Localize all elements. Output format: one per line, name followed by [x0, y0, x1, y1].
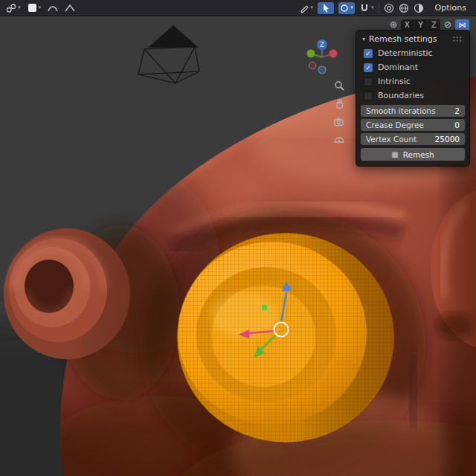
value-fields: Smooth iterations 2 Crease Degree 0 Vert…: [356, 103, 469, 145]
divider: [379, 3, 379, 13]
orientation-globe-button[interactable]: [399, 1, 409, 15]
symmetry-toolbar: ⊕ X Y Z ⊘ ⋈: [390, 19, 469, 30]
snap-magnet-icon: [359, 3, 370, 13]
radius-tool-button[interactable]: ▾: [338, 2, 355, 14]
transform-cursor-button[interactable]: [318, 2, 334, 14]
proportional-editing-button[interactable]: [384, 1, 394, 15]
field-value: 2: [454, 106, 460, 115]
zoom-icon: [334, 80, 345, 91]
navigation-gizmo[interactable]: Z: [303, 35, 341, 80]
main-header: ▾ ▾ ▾: [0, 0, 476, 16]
symmetry-axis-group: X Y Z: [401, 19, 440, 30]
checkbox-label: Deterministic: [378, 48, 433, 58]
orientation-globe-icon: [399, 3, 409, 13]
sharp-falloff-button[interactable]: [65, 1, 75, 15]
options-label: Options: [435, 3, 466, 13]
smooth-falloff-icon: [48, 3, 58, 13]
checkbox-label: Intrinsic: [378, 77, 411, 86]
checkbox-row-boundaries[interactable]: Boundaries: [356, 89, 469, 103]
panel-title: Remesh settings: [369, 34, 437, 44]
editor-type-icon: [6, 3, 16, 13]
checkbox-label: Dominant: [378, 62, 418, 72]
annotate-pen-icon: [299, 3, 309, 13]
options-button[interactable]: Options: [428, 3, 473, 13]
field-label: Smooth iterations: [366, 106, 436, 115]
editor-type-button[interactable]: ▾: [6, 1, 21, 15]
viewport-controls: [332, 78, 347, 147]
symmetry-globe-icon[interactable]: ⊕: [390, 20, 397, 29]
remesh-popover-button[interactable]: ⋈: [455, 19, 469, 30]
gizmo-z-label: Z: [320, 42, 324, 48]
chevron-down-icon: ▾: [311, 5, 314, 10]
camera-view-icon: [333, 116, 345, 127]
symmetry-y-button[interactable]: Y: [414, 19, 428, 30]
camera-view-button[interactable]: [332, 114, 347, 129]
shading-sphere-icon: [414, 3, 424, 13]
checkbox-unchecked[interactable]: [364, 91, 373, 100]
chevron-down-icon: ▾: [371, 5, 374, 10]
smooth-iterations-field[interactable]: Smooth iterations 2: [361, 105, 465, 117]
gizmo-x-ball[interactable]: [329, 50, 338, 58]
symmetry-x-button[interactable]: X: [401, 19, 414, 30]
chevron-down-icon: ▾: [18, 5, 21, 10]
remesh-button-label: Remesh: [403, 150, 434, 159]
field-value: 0: [454, 120, 460, 129]
proportional-circles-icon: [384, 3, 394, 13]
gizmo-y-ball[interactable]: [307, 50, 315, 58]
snap-magnet-button[interactable]: ▾: [359, 1, 374, 15]
header-right-tools: ▾ ▾ ▾: [299, 1, 476, 15]
gizmo-neg-x-ball[interactable]: [309, 62, 316, 69]
vertex-count-field[interactable]: Vertex Count 25000: [361, 133, 465, 145]
remesh-settings-panel: ▾ Remesh settings ✓ Deterministic ✓ Domi…: [356, 30, 470, 167]
field-label: Vertex Count: [366, 135, 416, 144]
zoom-button[interactable]: [332, 78, 347, 93]
checkbox-checked[interactable]: ✓: [364, 49, 373, 58]
chevron-down-icon: ▾: [39, 5, 42, 10]
radius-circle-icon: [340, 4, 349, 13]
annotate-pen-button[interactable]: ▾: [299, 1, 314, 15]
shading-sphere-button[interactable]: [414, 1, 424, 15]
checkbox-checked[interactable]: ✓: [364, 63, 373, 72]
field-label: Crease Degree: [366, 120, 424, 129]
projection-grid-icon: [333, 134, 345, 145]
gizmo-plane-handle: [262, 305, 267, 310]
checkbox-row-dominant[interactable]: ✓ Dominant: [356, 60, 469, 74]
field-value: 25000: [435, 135, 460, 144]
crease-degree-field[interactable]: Crease Degree 0: [361, 119, 465, 131]
brush-swatch-icon: [28, 3, 37, 13]
mirror-icon: ⋈: [459, 21, 466, 29]
projection-toggle-button[interactable]: [332, 132, 347, 147]
gizmo-neg-z-ball[interactable]: [318, 66, 326, 74]
symmetry-lock-icon[interactable]: ⊘: [444, 20, 451, 29]
pan-hand-icon: [334, 98, 345, 109]
checkbox-row-deterministic[interactable]: ✓ Deterministic: [356, 46, 469, 60]
remesh-button[interactable]: ▦ Remesh: [361, 148, 465, 161]
collapse-arrow-icon[interactable]: ▾: [362, 36, 365, 42]
panel-header[interactable]: ▾ Remesh settings: [356, 30, 469, 46]
checkbox-label: Boundaries: [378, 91, 424, 100]
check-icon: ✓: [365, 50, 371, 57]
remesh-preview-object[interactable]: [177, 233, 394, 443]
header-left-tools: ▾ ▾: [0, 1, 75, 15]
symmetry-z-button[interactable]: Z: [428, 19, 440, 30]
checkbox-unchecked[interactable]: [364, 77, 373, 86]
checkbox-row-intrinsic[interactable]: Intrinsic: [356, 74, 469, 89]
grid-icon: ▦: [391, 150, 398, 158]
pan-button[interactable]: [332, 96, 347, 111]
brush-swatch-button[interactable]: ▾: [28, 1, 42, 15]
drag-handle-icon[interactable]: [452, 36, 463, 42]
smooth-falloff-button[interactable]: [48, 1, 58, 15]
cursor-arrow-icon: [321, 3, 330, 13]
check-icon: ✓: [365, 64, 371, 71]
chevron-down-icon: ▾: [350, 5, 353, 10]
sharp-falloff-icon: [65, 3, 75, 13]
